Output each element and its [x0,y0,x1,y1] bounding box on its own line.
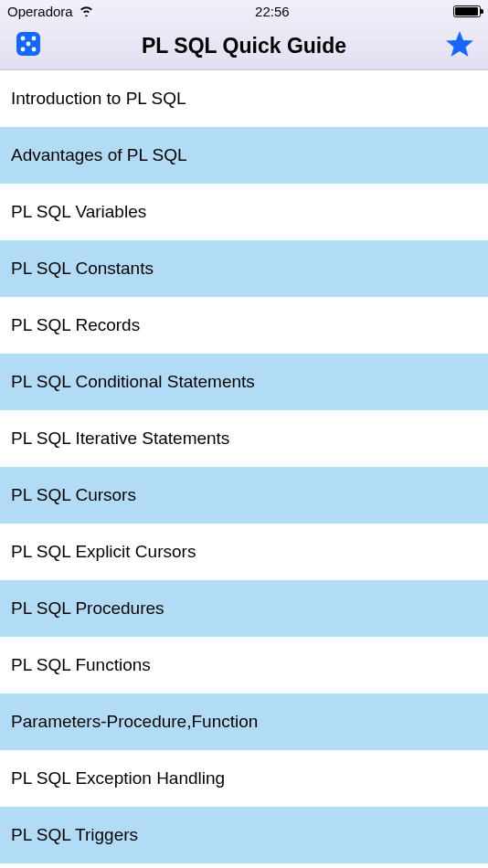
svg-point-2 [32,37,37,41]
list-item[interactable]: PL SQL Conditional Statements [0,354,488,410]
star-icon[interactable] [444,28,475,63]
battery-icon [453,5,481,17]
list-item-label: PL SQL Constants [11,259,154,279]
list-item-label: PL SQL Functions [11,655,151,675]
list-item[interactable]: PL SQL Explicit Cursors [0,524,488,580]
list-item[interactable]: PL SQL Variables [0,184,488,240]
list-item[interactable]: PL SQL Iterative Statements [0,410,488,467]
status-right [451,5,481,17]
list-item[interactable]: Parameters-Procedure,Function [0,693,488,750]
list-item-label: PL SQL Iterative Statements [11,429,229,449]
list-item-label: Parameters-Procedure,Function [11,712,258,732]
list-item[interactable]: PL SQL Constants [0,240,488,297]
list-item[interactable]: PL SQL Exception Handling [0,750,488,807]
list-item-label: PL SQL Explicit Cursors [11,542,196,562]
nav-bar: PL SQL Quick Guide [0,22,488,70]
list-item-label: PL SQL Variables [11,202,146,222]
carrier-label: Operadora [7,4,73,19]
page-title: PL SQL Quick Guide [142,34,346,58]
svg-point-3 [27,42,31,47]
topic-list: Introduction to PL SQLAdvantages of PL S… [0,70,488,863]
list-item[interactable]: PL SQL Functions [0,637,488,693]
list-item[interactable]: Advantages of PL SQL [0,127,488,184]
list-item-label: PL SQL Exception Handling [11,768,225,789]
clock-label: 22:56 [255,4,290,19]
list-item-label: PL SQL Procedures [11,598,164,619]
list-item-label: PL SQL Triggers [11,825,138,845]
list-item[interactable]: PL SQL Records [0,297,488,354]
list-item[interactable]: PL SQL Cursors [0,467,488,524]
status-bar: Operadora 22:56 [0,0,488,22]
list-item-label: Advantages of PL SQL [11,145,187,165]
svg-point-5 [32,48,37,52]
list-item[interactable]: PL SQL Triggers [0,807,488,863]
svg-point-1 [21,37,26,41]
status-left: Operadora [7,4,94,19]
svg-point-4 [21,48,26,52]
list-item-label: PL SQL Conditional Statements [11,372,255,392]
list-item-label: PL SQL Records [11,315,140,335]
list-item-label: Introduction to PL SQL [11,89,186,109]
list-item[interactable]: PL SQL Procedures [0,580,488,637]
wifi-icon [79,4,94,19]
list-item[interactable]: Introduction to PL SQL [0,70,488,127]
list-item-label: PL SQL Cursors [11,485,136,505]
dice-icon[interactable] [13,28,44,63]
